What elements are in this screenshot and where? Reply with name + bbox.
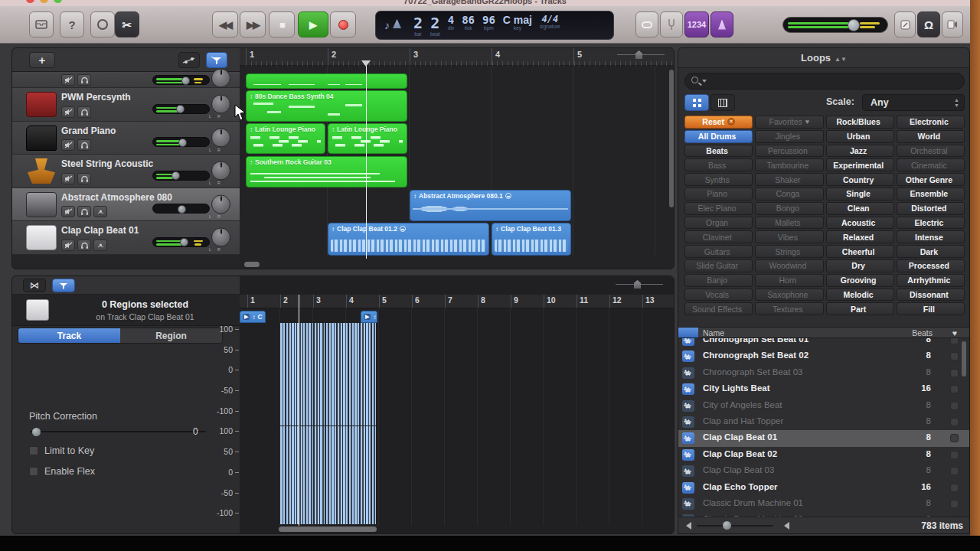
- keyword-button[interactable]: Cheerful: [826, 245, 894, 258]
- column-view-toggle[interactable]: [710, 94, 735, 111]
- editor-region-header[interactable]: ▶ ↕ Clap Clap B: [361, 311, 377, 323]
- keyword-button[interactable]: Elec Piano: [684, 202, 753, 215]
- metronome-button[interactable]: [710, 11, 733, 37]
- keyword-button[interactable]: Dissonant: [897, 289, 965, 302]
- editor-hscrollbar[interactable]: [279, 527, 377, 532]
- pan-knob[interactable]: [211, 228, 230, 247]
- track-volume-slider[interactable]: [152, 204, 210, 214]
- keyword-button[interactable]: Urban: [826, 130, 894, 143]
- scale-select[interactable]: Any ▲▼: [862, 94, 965, 111]
- smart-controls-button[interactable]: [90, 11, 115, 37]
- track-volume-thumb[interactable]: [178, 139, 187, 147]
- keyword-button[interactable]: Clean: [826, 202, 894, 215]
- midi-region[interactable]: [246, 73, 407, 89]
- keyword-button[interactable]: Sound Effects: [684, 302, 753, 315]
- track-volume-thumb[interactable]: [180, 238, 188, 246]
- mute-button[interactable]: [61, 106, 75, 118]
- keyword-button[interactable]: Textures: [755, 302, 823, 315]
- mute-button[interactable]: [61, 74, 75, 86]
- favorite-toggle[interactable]: [950, 352, 959, 360]
- keyword-button[interactable]: Melodic: [826, 289, 894, 302]
- name-column-header[interactable]: Name: [703, 328, 724, 337]
- mute-button[interactable]: [61, 139, 75, 151]
- keyword-button[interactable]: Other Genre: [897, 173, 965, 186]
- keyword-button[interactable]: Organ: [684, 217, 753, 230]
- arrange-zoom-slider[interactable]: [617, 51, 665, 60]
- track-row[interactable]: PWM Percsynth: [12, 88, 240, 122]
- loop-row[interactable]: Chronograph Set Beat 02 8: [678, 348, 970, 364]
- keyword-button[interactable]: Electric: [897, 217, 965, 230]
- keyword-button[interactable]: World: [897, 130, 965, 143]
- solo-button[interactable]: [77, 106, 91, 118]
- loop-row[interactable]: Clap Echo Topper 16: [678, 480, 970, 496]
- loop-row[interactable]: Clap Clap Beat 02 8: [678, 447, 970, 463]
- favorite-toggle[interactable]: [950, 434, 959, 442]
- loop-waveform-icon[interactable]: [682, 416, 694, 428]
- keyword-button[interactable]: Rock/Blues: [826, 116, 894, 129]
- solo-button[interactable]: [77, 173, 91, 184]
- keyword-button[interactable]: Reset ✕: [684, 116, 753, 129]
- keyword-button[interactable]: Dry: [826, 259, 894, 272]
- track-row[interactable]: Clap Clap Beat 01: [12, 221, 240, 255]
- track-row[interactable]: Abstract Atmosphere 080: [12, 188, 240, 222]
- midi-region[interactable]: ↕80s Dance Bass Synth 04: [246, 90, 407, 122]
- rewind-button[interactable]: ◀◀: [212, 11, 238, 37]
- midi-region[interactable]: ↕Latin Lounge Piano: [246, 123, 325, 154]
- arrange-vscrollbar[interactable]: [669, 70, 674, 207]
- mute-button[interactable]: [61, 206, 75, 217]
- favorite-toggle[interactable]: [950, 467, 959, 475]
- checkbox-row[interactable]: Limit to Key: [29, 440, 95, 461]
- keyword-button[interactable]: Electronic: [897, 116, 965, 129]
- icon-column-header[interactable]: [678, 328, 698, 337]
- editor-tab[interactable]: Track: [18, 328, 120, 343]
- pitch-correction-slider[interactable]: [30, 428, 206, 435]
- track-volume-slider[interactable]: [152, 137, 210, 147]
- keyword-button[interactable]: Acoustic: [826, 217, 894, 230]
- keyword-button[interactable]: Experimental: [826, 158, 894, 171]
- track-row[interactable]: Grand Piano: [12, 122, 240, 155]
- volume-thumb[interactable]: [848, 19, 860, 31]
- track-volume-thumb[interactable]: [172, 171, 180, 180]
- loop-row[interactable]: Clap Clap Beat 01 8: [678, 430, 970, 446]
- record-button[interactable]: [330, 11, 356, 37]
- checkbox[interactable]: [29, 467, 38, 476]
- pan-knob[interactable]: [211, 128, 230, 147]
- flex-button[interactable]: ⋈: [23, 279, 46, 292]
- keyword-button[interactable]: Favorites ♥: [755, 116, 823, 129]
- count-in-button[interactable]: 1234: [684, 11, 709, 37]
- favorite-toggle[interactable]: [950, 418, 959, 426]
- keyword-button[interactable]: Jazz: [826, 145, 894, 158]
- midi-region[interactable]: ↕Southern Rock Guitar 03: [246, 156, 407, 187]
- solo-button[interactable]: [77, 139, 91, 151]
- select-stepper-icon[interactable]: ▲▼: [954, 97, 959, 108]
- audio-region[interactable]: ↕Clap Clap Beat 01.2: [328, 223, 489, 256]
- favorite-toggle[interactable]: [950, 402, 959, 410]
- forward-button[interactable]: ▶▶: [240, 11, 266, 37]
- favorite-toggle[interactable]: [950, 385, 959, 393]
- midi-region[interactable]: ↕Latin Lounge Piano: [328, 123, 407, 154]
- favorite-toggle[interactable]: [950, 484, 959, 492]
- track-volume-slider[interactable]: [152, 75, 210, 85]
- loop-row[interactable]: City Lights Beat 16: [678, 381, 970, 397]
- keyword-button[interactable]: Synths: [684, 173, 753, 186]
- loop-row[interactable]: Classic Drum Machine 01 8: [678, 496, 970, 512]
- loop-waveform-icon[interactable]: [682, 482, 694, 494]
- arrange-area[interactable]: 12345 ↕80s Dance Bass Synth 04↕Latin Lou…: [240, 48, 675, 269]
- keyword-button[interactable]: Cinematic: [897, 158, 965, 171]
- keyword-button[interactable]: Distorted: [897, 202, 965, 215]
- editor-catch-button[interactable]: [52, 279, 75, 292]
- keyword-button[interactable]: Percussion: [755, 145, 823, 158]
- keyword-button[interactable]: Bass: [684, 158, 753, 171]
- solo-button[interactable]: [77, 240, 91, 251]
- keyword-button[interactable]: Fill: [897, 302, 965, 315]
- loop-row[interactable]: Chronograph Set Beat 03 8: [678, 365, 970, 381]
- favorite-toggle[interactable]: [950, 338, 959, 344]
- solo-button[interactable]: [77, 206, 91, 217]
- editor-region-header[interactable]: ▶ ↕ C: [240, 311, 266, 323]
- loop-waveform-icon[interactable]: [682, 498, 694, 510]
- keyword-button[interactable]: Part: [826, 302, 894, 315]
- track-volume-slider[interactable]: [152, 171, 210, 181]
- loop-waveform-icon[interactable]: [682, 350, 694, 362]
- loop-waveform-icon[interactable]: [682, 400, 694, 412]
- favorite-toggle[interactable]: [950, 500, 959, 508]
